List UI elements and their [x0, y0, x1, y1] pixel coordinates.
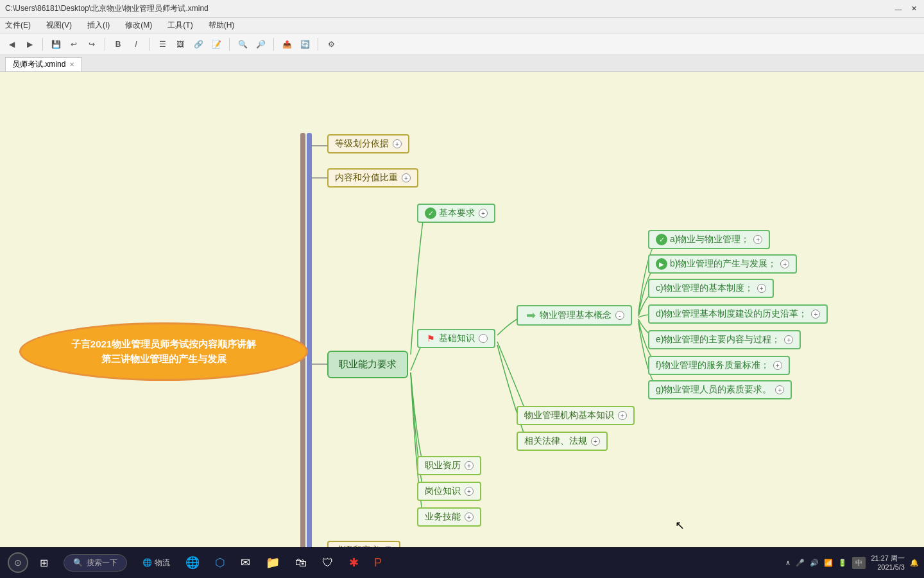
detail-node-f[interactable]: f)物业管理的服务质量标准； + — [648, 356, 790, 375]
taskbar-app-powerpoint[interactable]: P — [368, 550, 388, 575]
node-falv-expand[interactable]: + — [591, 437, 600, 446]
node-neirong-expand[interactable]: + — [402, 173, 411, 182]
center-node[interactable]: 子言2021物业管理员师考试按内容顺序讲解 第三讲物业管理的产生与发展 — [19, 322, 308, 381]
toolbar-forward[interactable]: ▶ — [22, 37, 37, 52]
node-neirong-label: 内容和分值比重 — [335, 172, 398, 184]
systray-battery[interactable]: 🔋 — [838, 559, 847, 567]
detail-b-expand[interactable]: + — [780, 259, 789, 268]
detail-f-expand[interactable]: + — [773, 361, 782, 370]
node-zizhi-expand[interactable]: + — [465, 461, 474, 470]
taskbar-app-mail[interactable]: ✉ — [234, 550, 257, 575]
taskbar: ⊙ ⊞ 🔍 搜索一下 🌐 物流 🌐 ⬡ ✉ 📁 🛍 🛡 ✱ P ∧ — [0, 547, 924, 578]
toolbar-sep-2 — [105, 38, 105, 51]
active-tab[interactable]: 员师考试.xmind ✕ — [5, 57, 81, 71]
node-zizhi[interactable]: 职业资历 + — [417, 456, 481, 475]
taskbar-app-security[interactable]: 🛡 — [316, 550, 340, 575]
toolbar-image[interactable]: 🖼 — [173, 37, 188, 52]
taskbar-app-explorer[interactable]: 📁 — [259, 550, 286, 575]
taskbar-app-ie[interactable]: 🌐 — [179, 550, 206, 575]
toolbar-italic[interactable]: I — [128, 37, 144, 52]
systray-chevron[interactable]: ∧ — [785, 559, 791, 567]
systray-mic[interactable]: 🎤 — [796, 559, 805, 567]
node-falv[interactable]: 相关法律、法规 + — [517, 432, 608, 451]
toolbar-settings[interactable]: ⚙ — [323, 37, 339, 52]
node-wuye-basic[interactable]: ➡ 物业管理基本概念 - — [517, 305, 632, 326]
node-wuye-basic-label: 物业管理基本概念 — [540, 310, 612, 321]
detail-node-g[interactable]: g)物业管理人员的素质要求。 + — [648, 380, 792, 399]
title-path: C:\Users\86181\Desktop\北京物业\物业管理员师考试.xmi… — [5, 3, 209, 14]
close-button[interactable]: ✕ — [909, 4, 919, 14]
toolbar-undo[interactable]: ↩ — [66, 37, 81, 52]
menu-modify[interactable]: 修改(M) — [123, 19, 155, 32]
tab-close-button[interactable]: ✕ — [69, 61, 74, 68]
systray-volume[interactable]: 🔊 — [810, 559, 819, 567]
toolbar-link[interactable]: 🔗 — [191, 37, 206, 52]
detail-a-expand[interactable]: + — [753, 235, 762, 244]
node-yewu-expand[interactable]: + — [465, 512, 474, 521]
taskbar-app-edge[interactable]: ⬡ — [209, 550, 232, 575]
toolbar-back[interactable]: ◀ — [4, 37, 19, 52]
search-box[interactable]: 🔍 搜索一下 — [64, 554, 127, 572]
detail-d-label: d)物业管理基本制度建设的历史沿革； — [656, 308, 807, 320]
node-gangwei-expand[interactable]: + — [465, 487, 474, 496]
menu-tools[interactable]: 工具(T) — [165, 19, 195, 32]
node-dengji-expand[interactable]: + — [393, 139, 402, 148]
start-button[interactable]: ⊙ — [5, 550, 31, 575]
search-icon: 🔍 — [73, 558, 83, 567]
node-jichu[interactable]: ⚑ 基础知识 — [417, 329, 495, 348]
node-jichu-expand[interactable] — [479, 334, 488, 343]
detail-node-c[interactable]: c)物业管理的基本制度； + — [648, 279, 774, 298]
detail-node-d[interactable]: d)物业管理基本制度建设的历史沿革； + — [648, 304, 828, 324]
flag-icon-jichu: ⚑ — [425, 333, 436, 344]
menu-file[interactable]: 文件(E) — [3, 19, 33, 32]
detail-node-e[interactable]: e)物业管理的主要内容与过程； + — [648, 330, 801, 349]
node-yewu[interactable]: 业务技能 + — [417, 507, 481, 527]
toolbar-bold[interactable]: B — [110, 37, 126, 52]
toolbar-zoom-in[interactable]: 🔍 — [235, 37, 250, 52]
clock[interactable]: 21:27 周一 2021/5/3 — [871, 554, 905, 572]
detail-node-b[interactable]: ▶ b)物业管理的产生与发展； + — [648, 254, 797, 274]
node-jigou-expand[interactable]: + — [618, 411, 627, 420]
minimize-button[interactable]: — — [893, 4, 903, 14]
taskbar-search[interactable]: 🔍 搜索一下 — [57, 550, 133, 575]
menu-help[interactable]: 帮助(H) — [206, 19, 237, 32]
detail-e-expand[interactable]: + — [784, 335, 793, 344]
node-zhiye[interactable]: 职业能力要求 — [327, 351, 408, 378]
detail-a-label: a)物业与物业管理； — [670, 234, 749, 245]
node-dengji[interactable]: 等级划分依据 + — [327, 134, 409, 153]
node-jiben[interactable]: ✓ 基本要求 + — [417, 204, 495, 223]
node-yewu-label: 业务技能 — [425, 511, 461, 523]
check-icon-jiben: ✓ — [425, 207, 436, 219]
detail-c-expand[interactable]: + — [757, 284, 766, 293]
taskbar-app-wuliu[interactable]: 🌐 物流 — [136, 550, 176, 575]
node-zizhi-label: 职业资历 — [425, 460, 461, 471]
taskbar-app-store[interactable]: 🛍 — [289, 550, 313, 575]
node-gangwei[interactable]: 岗位知识 + — [417, 482, 481, 501]
center-node-line2: 第三讲物业管理的产生与发展 — [101, 353, 227, 364]
toolbar-save[interactable]: 💾 — [48, 37, 64, 52]
menu-view[interactable]: 视图(V) — [44, 19, 74, 32]
taskbar-app-xmind[interactable]: ✱ — [343, 550, 365, 575]
toolbar-export[interactable]: 📤 — [279, 37, 295, 52]
node-jiben-expand[interactable]: + — [479, 209, 488, 218]
node-jigou[interactable]: 物业管理机构基本知识 + — [517, 406, 635, 425]
menu-insert[interactable]: 插入(I) — [85, 19, 112, 32]
toolbar-share[interactable]: 🔄 — [297, 37, 312, 52]
toolbar: ◀ ▶ 💾 ↩ ↪ B I ☰ 🖼 🔗 📝 🔍 🔎 📤 🔄 ⚙ — [0, 33, 924, 55]
toolbar-topic[interactable]: ☰ — [155, 37, 170, 52]
systray-network[interactable]: 📶 — [824, 559, 833, 567]
systray-notification[interactable]: 🔔 — [910, 559, 919, 567]
toolbar-zoom-out[interactable]: 🔎 — [253, 37, 268, 52]
node-wuye-basic-expand[interactable]: - — [615, 311, 624, 320]
detail-node-a[interactable]: ✓ a)物业与物业管理； + — [648, 230, 770, 249]
node-neirong[interactable]: 内容和分值比重 + — [327, 168, 418, 188]
detail-g-expand[interactable]: + — [775, 385, 784, 394]
taskbar-taskview[interactable]: ⊞ — [33, 550, 55, 575]
toolbar-sep-1 — [42, 38, 43, 51]
detail-d-expand[interactable]: + — [811, 310, 820, 319]
toolbar-note[interactable]: 📝 — [209, 37, 224, 52]
titlebar-controls: — ✕ — [893, 4, 919, 14]
detail-c-label: c)物业管理的基本制度； — [656, 283, 753, 294]
systray-ime[interactable]: 中 — [852, 557, 866, 569]
toolbar-redo[interactable]: ↪ — [84, 37, 99, 52]
